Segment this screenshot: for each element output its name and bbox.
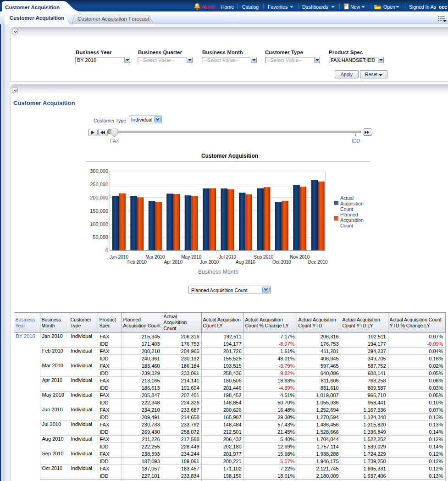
svg-text:0: 0 bbox=[105, 248, 108, 253]
svg-text:Dec 2010: Dec 2010 bbox=[308, 260, 328, 265]
svg-text:Jan 2010: Jan 2010 bbox=[110, 254, 129, 260]
svg-text:Jul 2010: Jul 2010 bbox=[219, 254, 236, 260]
svg-text:Apr 2010: Apr 2010 bbox=[164, 260, 183, 265]
svg-text:100,000: 100,000 bbox=[90, 221, 108, 227]
svg-text:Jun 2010: Jun 2010 bbox=[200, 260, 219, 265]
svg-text:Nov 2010: Nov 2010 bbox=[290, 254, 310, 260]
svg-text:300,000: 300,000 bbox=[90, 168, 108, 174]
svg-text:50,000: 50,000 bbox=[93, 234, 108, 240]
svg-text:Oct 2010: Oct 2010 bbox=[272, 260, 291, 265]
svg-text:150,000: 150,000 bbox=[90, 208, 108, 214]
svg-text:Feb 2010: Feb 2010 bbox=[127, 260, 147, 265]
svg-text:250,000: 250,000 bbox=[90, 182, 108, 187]
svg-text:Aug 2010: Aug 2010 bbox=[236, 260, 255, 265]
svg-text:Mar 2010: Mar 2010 bbox=[145, 254, 165, 260]
svg-text:200,000: 200,000 bbox=[90, 195, 108, 200]
svg-text:Sep 2010: Sep 2010 bbox=[254, 254, 273, 260]
svg-text:May 2010: May 2010 bbox=[181, 254, 201, 260]
